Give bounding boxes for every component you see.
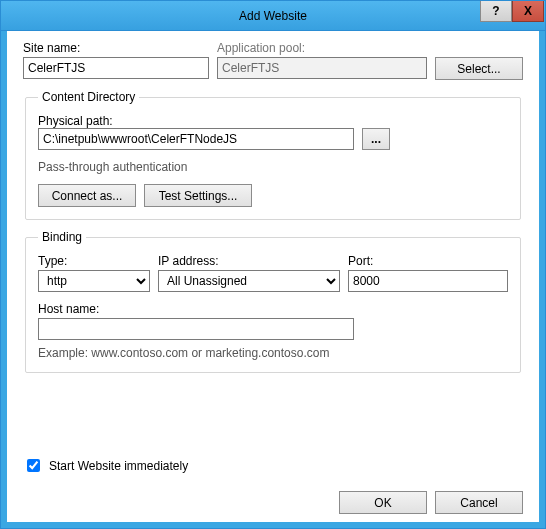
site-name-label: Site name: xyxy=(23,41,209,55)
cancel-button[interactable]: Cancel xyxy=(435,491,523,514)
site-name-input[interactable] xyxy=(23,57,209,79)
close-button[interactable]: X xyxy=(512,1,544,22)
titlebar-buttons: ? X xyxy=(480,1,545,22)
connect-as-button[interactable]: Connect as... xyxy=(38,184,136,207)
select-app-pool-button[interactable]: Select... xyxy=(435,57,523,80)
client-area: Site name: Application pool: Select... C… xyxy=(1,31,545,528)
ip-label: IP address: xyxy=(158,254,340,268)
start-immediately-label: Start Website immediately xyxy=(49,459,188,473)
app-pool-input xyxy=(217,57,427,79)
test-settings-button[interactable]: Test Settings... xyxy=(144,184,252,207)
host-name-input[interactable] xyxy=(38,318,354,340)
browse-path-button[interactable]: ... xyxy=(362,128,390,150)
help-button[interactable]: ? xyxy=(480,1,512,22)
content-directory-group: Content Directory Physical path: ... Pas… xyxy=(25,90,521,220)
type-select[interactable]: http xyxy=(38,270,150,292)
host-name-label: Host name: xyxy=(38,302,354,316)
close-icon: X xyxy=(524,4,532,18)
ellipsis-icon: ... xyxy=(371,132,381,146)
start-immediately-checkbox[interactable] xyxy=(27,459,40,472)
port-input[interactable] xyxy=(348,270,508,292)
host-name-example: Example: www.contoso.com or marketing.co… xyxy=(38,346,508,360)
top-row: Site name: Application pool: Select... xyxy=(23,41,523,80)
window-title: Add Website xyxy=(239,9,307,23)
binding-legend: Binding xyxy=(38,230,86,244)
pass-through-auth-label: Pass-through authentication xyxy=(38,160,508,174)
ip-select[interactable]: All Unassigned xyxy=(158,270,340,292)
physical-path-input[interactable] xyxy=(38,128,354,150)
type-label: Type: xyxy=(38,254,150,268)
physical-path-label: Physical path: xyxy=(38,114,113,128)
help-icon: ? xyxy=(492,4,499,18)
add-website-dialog: Add Website ? X Site name: Application p… xyxy=(0,0,546,529)
content-directory-legend: Content Directory xyxy=(38,90,139,104)
start-immediately-row: Start Website immediately xyxy=(23,456,523,475)
dialog-footer: OK Cancel xyxy=(23,485,523,514)
titlebar[interactable]: Add Website ? X xyxy=(1,1,545,31)
binding-group: Binding Type: http IP address: All Unass… xyxy=(25,230,521,373)
app-pool-label: Application pool: xyxy=(217,41,523,55)
ok-button[interactable]: OK xyxy=(339,491,427,514)
port-label: Port: xyxy=(348,254,508,268)
